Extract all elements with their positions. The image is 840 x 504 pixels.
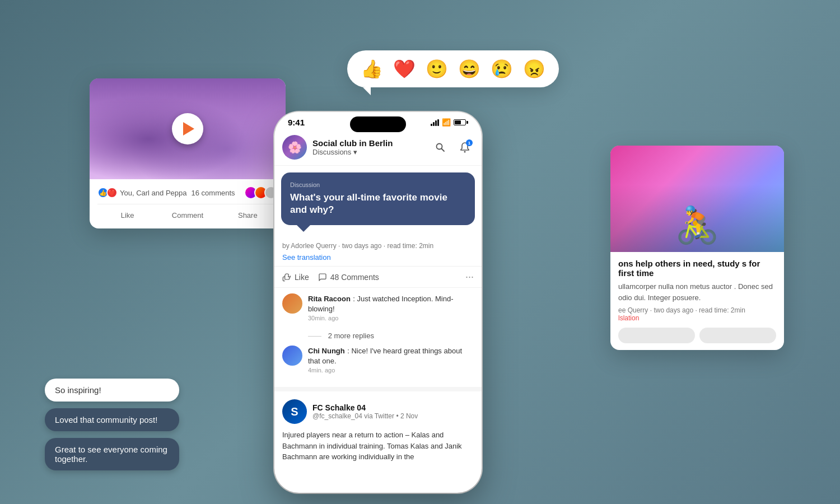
emoji-reaction-bar: 👍 ❤️ 🙂 😄 😢 😠 (347, 50, 559, 87)
post-read-sep: · read time: (384, 242, 419, 250)
status-bar: 9:41 📶 (274, 112, 482, 129)
heart-emoji[interactable]: ❤️ (393, 58, 416, 80)
right-card-title: ons help others in need, study s for fir… (618, 259, 776, 278)
angry-emoji[interactable]: 😠 (523, 58, 545, 80)
action-bar: Like 48 Comments ··· (274, 266, 482, 288)
commenter-name-chi: Chi Nungh (308, 347, 345, 355)
comment-chi: Chi Nungh : Nice! I've heard great thing… (282, 346, 474, 374)
chat-bubble-inspiring: So inspiring! (45, 379, 179, 402)
right-card-meta: ee Querry · two days ago · read time: 2m… (618, 306, 776, 314)
status-time: 9:41 (288, 118, 305, 127)
post-time-sep: · (338, 242, 342, 250)
left-post-card: 👍 ❤️ You, Carl and Peppa 16 comments Lik… (90, 78, 286, 228)
see-translation-link[interactable]: See translation (274, 253, 482, 266)
comment-button-left[interactable]: Comment (157, 209, 217, 222)
comment-time-rita: 30min. ago (308, 315, 474, 321)
play-button[interactable] (172, 113, 203, 144)
chat-bubble-great: Great to see everyone coming together. (45, 438, 179, 470)
comments-button[interactable]: 48 Comments (318, 273, 379, 282)
like-button[interactable]: Like (282, 273, 309, 282)
notifications-icon[interactable]: 1 (456, 138, 474, 156)
comments-count-left: 16 comments (192, 189, 235, 197)
right-card-buttons (618, 328, 776, 343)
notification-badge: 1 (466, 139, 473, 146)
discussion-label: Discussion (290, 181, 466, 188)
group-name: Social club in Berlin (312, 138, 426, 148)
chevron-down-icon: ▾ (353, 148, 357, 156)
right-btn-1[interactable] (618, 328, 695, 343)
battery-icon (454, 119, 468, 125)
status-notch (350, 116, 406, 132)
right-card-content: ons help others in need, study s for fir… (610, 252, 784, 350)
group-tab[interactable]: Discussions ▾ (312, 148, 426, 156)
comment-body-chi: Chi Nungh : Nice! I've heard great thing… (308, 346, 474, 374)
avatar-chi (282, 346, 302, 366)
discussion-card-arrow (297, 225, 310, 232)
play-icon (183, 122, 194, 136)
second-post-header: S FC Schalke 04 @fc_schalke_04 via Twitt… (282, 399, 474, 424)
sad-emoji[interactable]: 😢 (491, 58, 513, 80)
reactions-text: You, Carl and Peppa (120, 189, 187, 197)
post-time: two days ago (342, 242, 382, 250)
schalke-info: FC Schalke 04 @fc_schalke_04 via Twitter… (312, 403, 418, 420)
post-meta: by Adorlee Querry · two days ago · read … (274, 232, 482, 253)
schalke-avatar: S (282, 399, 307, 424)
right-translation-link[interactable]: lslation (618, 314, 776, 322)
more-options-button[interactable]: ··· (465, 271, 474, 283)
chat-bubble-loved: Loved that community post! (45, 408, 179, 431)
comments-section: Rita Racoon : Just watched Inception. Mi… (274, 288, 482, 387)
smile-emoji[interactable]: 🙂 (426, 58, 448, 80)
reactions-row: 👍 ❤️ You, Carl and Peppa 16 comments (97, 186, 278, 199)
love-reaction-icon: ❤️ (106, 187, 118, 198)
wifi-icon: 📶 (442, 118, 451, 127)
haha-emoji[interactable]: 😄 (458, 58, 480, 80)
search-icon[interactable] (431, 138, 449, 156)
discussion-title: What's your all-time favorite movie and … (290, 192, 466, 216)
right-card-image: 🚴 (610, 146, 784, 252)
schalke-name: FC Schalke 04 (312, 403, 418, 412)
header-icons: 1 (431, 138, 474, 156)
reply-line-icon (308, 336, 321, 337)
phone-content: Discussion What's your all-time favorite… (274, 166, 482, 479)
comment-rita: Rita Racoon : Just watched Inception. Mi… (282, 293, 474, 321)
post-author-prefix: by (282, 242, 291, 250)
group-avatar: 🌸 (282, 135, 307, 160)
post-author: Adorlee Querry (291, 242, 336, 250)
commenter-name-rita: Rita Racoon (308, 295, 351, 303)
avatar-stack (248, 186, 278, 199)
svg-point-2 (464, 151, 466, 153)
signal-bars-icon (431, 119, 439, 126)
avatar-rita (282, 293, 302, 314)
status-icons: 📶 (431, 118, 468, 127)
card-bottom: 👍 ❤️ You, Carl and Peppa 16 comments Lik… (90, 179, 286, 228)
right-card-body: ullamcorper nulla non metus auctor . Don… (618, 281, 776, 303)
second-post: S FC Schalke 04 @fc_schalke_04 via Twitt… (274, 387, 482, 470)
comment-body-rita: Rita Racoon : Just watched Inception. Mi… (308, 293, 474, 321)
chat-bubbles-area: So inspiring! Loved that community post!… (45, 379, 179, 470)
reaction-icons: 👍 ❤️ (97, 187, 115, 198)
thumbs-up-emoji[interactable]: 👍 (361, 58, 383, 80)
group-info: Social club in Berlin Discussions ▾ (312, 138, 426, 156)
like-button-left[interactable]: Like (97, 209, 157, 222)
svg-line-1 (442, 149, 445, 152)
schalke-post-text: Injured players near a return to action … (282, 430, 474, 463)
discussion-card[interactable]: Discussion What's your all-time favorite… (281, 172, 475, 225)
post-read-time: 2min (419, 242, 433, 250)
video-thumbnail[interactable] (90, 78, 286, 179)
share-button-left[interactable]: Share (218, 209, 278, 222)
card-actions: Like Comment Share (97, 204, 278, 222)
center-phone: 9:41 📶 (274, 112, 482, 493)
right-btn-2[interactable] (699, 328, 776, 343)
right-post-card: 🚴 ons help others in need, study s for f… (610, 146, 784, 350)
more-replies-link[interactable]: 2 more replies (282, 329, 474, 346)
cyclist-icon: 🚴 (675, 204, 720, 246)
phone-header: 🌸 Social club in Berlin Discussions ▾ (274, 129, 482, 166)
schalke-handle: @fc_schalke_04 via Twitter • 2 Nov (312, 412, 418, 420)
comment-time-chi: 4min. ago (308, 367, 474, 374)
phone-frame: 9:41 📶 (274, 112, 482, 493)
